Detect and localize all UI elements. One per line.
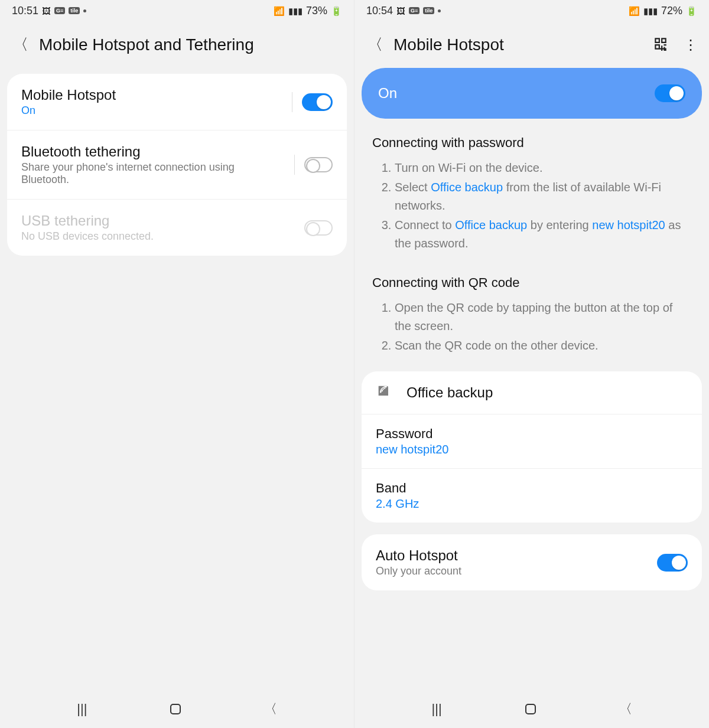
instruction-step: Open the QR code by tapping the button a… — [395, 299, 691, 335]
hotspot-config-card: Office backup Password new hotspit20 Ban… — [362, 371, 702, 523]
back-icon[interactable]: 〈 — [13, 34, 28, 55]
page-title: Mobile Hotspot and Tethering — [39, 35, 254, 54]
divider — [294, 155, 295, 175]
pill-label: On — [378, 85, 397, 102]
row-sub: No USB devices connected. — [21, 230, 304, 243]
home-button[interactable] — [170, 704, 181, 714]
back-icon[interactable]: 〈 — [367, 34, 383, 55]
password-row[interactable]: Password new hotspit20 — [362, 414, 702, 469]
wifi-icon: 📶 — [629, 6, 640, 15]
app-bar: 〈 Mobile Hotspot ⋮ — [354, 21, 709, 68]
network-name-link: Office backup — [455, 218, 527, 231]
back-button[interactable]: 〈 — [619, 700, 632, 718]
row-sub: Share your phone's internet connection u… — [21, 161, 285, 186]
connect-qr-section: Connecting with QR code Open the QR code… — [354, 263, 709, 365]
signal-icon: ▮▮▮ — [643, 6, 658, 15]
app-bar: 〈 Mobile Hotspot and Tethering — [0, 21, 354, 68]
more-notif-icon — [438, 9, 441, 12]
network-name-link: Office backup — [431, 181, 503, 194]
recents-button[interactable]: ||| — [431, 701, 441, 717]
tile-icon: tile — [423, 7, 434, 14]
bluetooth-tethering-toggle[interactable] — [304, 157, 333, 172]
row-sub: Only your account — [376, 565, 657, 577]
news-icon: G≡ — [54, 7, 65, 14]
row-title: Mobile Hotspot — [21, 87, 282, 103]
usb-tethering-row: USB tethering No USB devices connected. — [7, 200, 347, 256]
password-value: new hotspit20 — [376, 443, 688, 456]
hotspot-icon — [376, 383, 392, 402]
recents-button[interactable]: ||| — [77, 701, 87, 717]
tethering-card: Mobile Hotspot On Bluetooth tethering Sh… — [7, 74, 347, 256]
auto-hotspot-row[interactable]: Auto Hotspot Only your account — [362, 534, 702, 590]
image-icon: 🖼 — [396, 6, 405, 15]
home-button[interactable] — [525, 704, 536, 714]
instruction-step: Connect to Office backup by entering new… — [395, 216, 691, 253]
more-notif-icon — [83, 9, 86, 12]
row-sub: On — [21, 105, 282, 117]
row-title: Auto Hotspot — [376, 547, 657, 564]
news-icon: G≡ — [409, 7, 419, 14]
connect-password-section: Connecting with password Turn on Wi-Fi o… — [354, 119, 709, 263]
hotspot-toggle[interactable] — [655, 84, 685, 102]
password-link: new hotspit20 — [592, 218, 665, 231]
mobile-hotspot-toggle[interactable] — [302, 93, 333, 111]
row-title: Bluetooth tethering — [21, 143, 285, 160]
instruction-step: Turn on Wi-Fi on the device. — [395, 159, 691, 177]
instruction-step: Select Office backup from the list of av… — [395, 178, 691, 215]
row-title: USB tethering — [21, 213, 304, 229]
status-bar: 10:54 🖼 G≡ tile 📶 ▮▮▮ 72% 🔋 — [354, 0, 709, 21]
battery-icon: 🔋 — [686, 6, 697, 15]
wifi-icon: 📶 — [274, 6, 285, 15]
hotspot-name: Office backup — [406, 384, 493, 401]
nav-bar: ||| 〈 — [354, 690, 709, 728]
band-row[interactable]: Band 2.4 GHz — [362, 469, 702, 523]
section-heading: Connecting with password — [372, 135, 691, 151]
mobile-hotspot-row[interactable]: Mobile Hotspot On — [7, 74, 347, 130]
hotspot-name-row[interactable]: Office backup — [362, 371, 702, 414]
password-label: Password — [376, 426, 688, 442]
status-bar: 10:51 🖼 G≡ tile 📶 ▮▮▮ 73% 🔋 — [0, 0, 354, 21]
section-heading: Connecting with QR code — [372, 275, 691, 290]
instruction-step: Scan the QR code on the other device. — [395, 337, 691, 355]
image-icon: 🖼 — [42, 6, 51, 15]
usb-tethering-toggle — [304, 220, 333, 236]
page-title: Mobile Hotspot — [393, 35, 504, 54]
nav-bar: ||| 〈 — [0, 690, 354, 728]
clock: 10:51 — [12, 5, 38, 17]
band-value: 2.4 GHz — [376, 497, 688, 511]
bluetooth-tethering-row[interactable]: Bluetooth tethering Share your phone's i… — [7, 130, 347, 200]
signal-icon: ▮▮▮ — [288, 6, 303, 15]
divider — [292, 92, 292, 112]
auto-hotspot-toggle[interactable] — [657, 554, 688, 572]
clock: 10:54 — [366, 5, 393, 17]
back-button[interactable]: 〈 — [264, 700, 277, 718]
auto-hotspot-card: Auto Hotspot Only your account — [362, 534, 702, 590]
battery-level: 73% — [306, 5, 327, 17]
hotspot-master-toggle[interactable]: On — [362, 68, 702, 119]
battery-icon: 🔋 — [331, 6, 342, 15]
qr-code-icon[interactable] — [653, 36, 668, 54]
more-icon[interactable]: ⋮ — [684, 37, 697, 53]
battery-level: 72% — [661, 5, 682, 17]
tile-icon: tile — [69, 7, 80, 14]
band-label: Band — [376, 481, 688, 496]
